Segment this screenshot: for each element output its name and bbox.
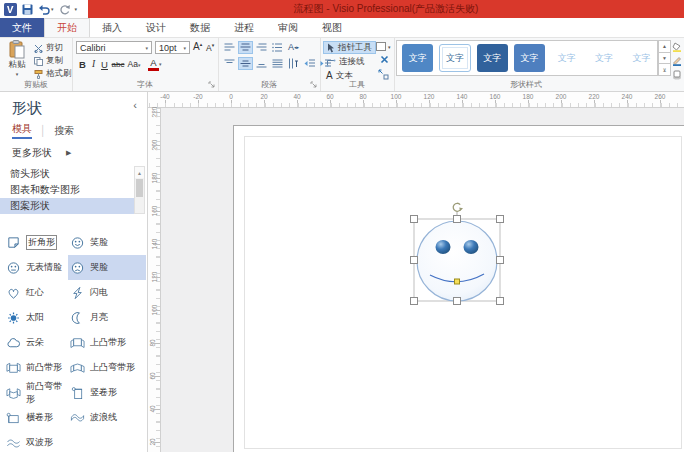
character-spacing-icon[interactable]: A◂▸ (286, 41, 301, 54)
selected-shape-smiley[interactable] (404, 198, 514, 310)
stencil-scrollbar[interactable]: ▲ (134, 166, 145, 214)
visio-app-icon[interactable] (4, 3, 17, 16)
tab-process[interactable]: 进程 (222, 18, 266, 37)
shape-folded-corner[interactable]: 折角形 (4, 230, 68, 255)
style-swatch-2[interactable]: 文字 (439, 44, 470, 72)
underline-button[interactable]: U (99, 59, 110, 70)
handle-top-right[interactable] (497, 216, 504, 223)
align-bottom-icon[interactable] (254, 57, 269, 70)
handle-bottom-left[interactable] (411, 298, 418, 305)
mouth-control-handle[interactable] (455, 279, 460, 284)
shape-curved-ribbon-front[interactable]: 前凸弯带形 (4, 380, 68, 405)
decrease-indent-icon[interactable] (302, 57, 317, 70)
redo-icon[interactable] (59, 4, 70, 15)
font-family-select[interactable]: Calibri ▾ (76, 41, 152, 54)
shape-sun[interactable]: 太阳 (4, 305, 68, 330)
paste-button[interactable]: 粘贴 ▾ (3, 40, 31, 77)
shape-vertical-scroll[interactable]: 竖卷形 (68, 380, 146, 405)
align-top-icon[interactable] (222, 57, 237, 70)
fill-button[interactable]: 填充 (672, 41, 684, 53)
undo-button[interactable]: ▾ (38, 4, 54, 15)
undo-dropdown-icon[interactable]: ▾ (51, 6, 54, 12)
handle-top-center[interactable] (454, 216, 461, 223)
handle-middle-right[interactable] (497, 257, 504, 264)
shape-cloud[interactable]: 云朵 (4, 330, 68, 355)
align-middle-icon[interactable] (238, 57, 253, 70)
shrink-font-button[interactable]: A▾ (206, 42, 214, 53)
stencil-arrow-shapes[interactable]: 箭头形状 (0, 166, 134, 182)
text-direction-icon[interactable] (286, 57, 301, 70)
align-center-icon[interactable] (238, 41, 253, 54)
shape-horizontal-scroll[interactable]: 横卷形 (4, 405, 68, 430)
shape-sad-face[interactable]: 哭脸 (68, 255, 146, 280)
shape-lightning[interactable]: 闪电 (68, 280, 146, 305)
shape-heart[interactable]: 红心 (4, 280, 68, 305)
more-shapes-button[interactable]: 更多形状 ▶ (12, 146, 71, 160)
tab-home[interactable]: 开始 (44, 18, 90, 37)
handle-middle-left[interactable] (411, 257, 418, 264)
rectangle-tool-button[interactable]: ▾ (376, 42, 391, 51)
font-color-button[interactable]: A (148, 58, 159, 71)
shape-smiley[interactable]: 笑脸 (68, 230, 146, 255)
tab-design[interactable]: 设计 (134, 18, 178, 37)
shape-moon[interactable]: 月亮 (68, 305, 146, 330)
paragraph-dialog-launcher-icon[interactable] (310, 81, 318, 89)
customize-qat-icon[interactable]: ▾ (75, 6, 78, 12)
cut-button[interactable]: 剪切 (34, 42, 63, 54)
pointer-tool-button[interactable]: 指针工具 (323, 41, 376, 54)
copy-button[interactable]: 复制 (34, 55, 63, 67)
chevron-down-icon[interactable]: ▾ (159, 61, 162, 67)
scroll-thumb[interactable] (136, 179, 143, 197)
bullets-icon[interactable] (270, 41, 285, 54)
change-case-button[interactable]: Aa▾ (126, 59, 142, 69)
justify-icon[interactable] (270, 57, 285, 70)
shape-double-wave[interactable]: 双波形 (4, 430, 68, 452)
connector-tool-button[interactable]: 连接线 (323, 55, 368, 68)
paste-dropdown-icon[interactable]: ▾ (16, 71, 19, 77)
style-swatch-5[interactable]: 文字 (551, 44, 582, 72)
horizontal-ruler[interactable]: -40-200204060801001201401601802002202402… (148, 92, 684, 108)
scroll-up-icon[interactable]: ▲ (135, 167, 144, 178)
style-swatch-4[interactable]: 文字 (514, 44, 545, 72)
strikethrough-button[interactable]: abc (110, 60, 126, 69)
font-size-select[interactable]: 10pt ▾ (155, 41, 190, 54)
shape-neutral-face[interactable]: 无表情脸 (4, 255, 68, 280)
stencil-pattern-shapes[interactable]: 图案形状 (0, 198, 134, 214)
stencil-charts-math[interactable]: 图表和数学图形 (0, 182, 134, 198)
tab-stencils[interactable]: 模具 (12, 122, 32, 139)
style-swatch-7[interactable]: 文字 (626, 44, 657, 72)
italic-button[interactable]: I (88, 59, 99, 69)
tab-review[interactable]: 审阅 (266, 18, 310, 37)
style-swatch-3[interactable]: 文字 (477, 44, 508, 72)
gallery-more-icon[interactable]: ⊻ (658, 64, 671, 76)
chevron-left-icon[interactable]: ‹ (133, 99, 137, 111)
vertical-ruler[interactable]: 22020018016014012010080604020 (148, 108, 161, 452)
grow-font-button[interactable]: A▴ (193, 41, 202, 52)
tab-insert[interactable]: 插入 (90, 18, 134, 37)
handle-bottom-right[interactable] (497, 298, 504, 305)
connection-point-x-button[interactable] (380, 55, 389, 64)
tab-file[interactable]: 文件 (0, 18, 44, 37)
bold-button[interactable]: B (77, 59, 88, 70)
shape-curved-ribbon-up[interactable]: 上凸弯带形 (68, 355, 146, 380)
line-button[interactable]: 线条 (672, 55, 684, 67)
tab-search[interactable]: 搜索 (54, 124, 74, 138)
align-right-icon[interactable] (254, 41, 269, 54)
style-swatch-1[interactable]: 文字 (402, 44, 433, 72)
align-left-icon[interactable] (222, 41, 237, 54)
rotation-handle-icon[interactable] (453, 203, 461, 211)
tab-data[interactable]: 数据 (178, 18, 222, 37)
font-dialog-launcher-icon[interactable] (208, 81, 216, 89)
gallery-scroll-up-icon[interactable]: ▲ (658, 40, 671, 53)
smiley-face-shape[interactable] (417, 221, 497, 301)
shape-wave[interactable]: 波浪线 (68, 405, 146, 430)
gallery-scroll-down-icon[interactable]: ▼ (658, 53, 671, 65)
save-icon[interactable] (22, 4, 33, 15)
style-swatch-6[interactable]: 文字 (588, 44, 619, 72)
tab-view[interactable]: 视图 (310, 18, 354, 37)
shape-ribbon-up[interactable]: 上凸带形 (68, 330, 146, 355)
shape-ribbon-front[interactable]: 前凸带形 (4, 355, 68, 380)
handle-top-left[interactable] (411, 216, 418, 223)
handle-bottom-center[interactable] (454, 298, 461, 305)
effects-button[interactable]: 效果 (672, 69, 684, 81)
